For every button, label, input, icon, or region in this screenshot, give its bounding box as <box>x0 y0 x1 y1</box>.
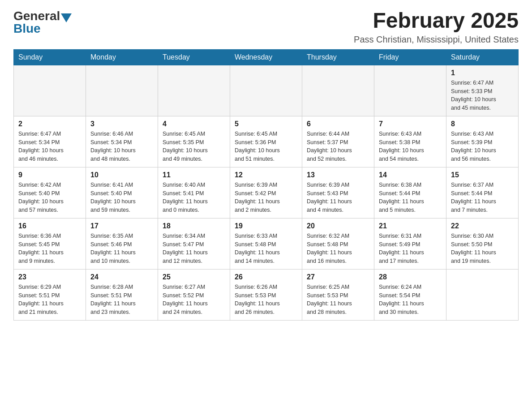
day-number: 7 <box>379 120 442 128</box>
calendar-cell: 6Sunrise: 6:44 AM Sunset: 5:37 PM Daylig… <box>302 116 374 167</box>
calendar-cell: 24Sunrise: 6:28 AM Sunset: 5:51 PM Dayli… <box>86 269 158 320</box>
day-header-monday: Monday <box>86 49 158 65</box>
logo: General Blue <box>13 9 73 36</box>
day-number: 27 <box>307 273 369 281</box>
day-info: Sunrise: 6:28 AM Sunset: 5:51 PM Dayligh… <box>90 283 153 317</box>
day-number: 22 <box>451 222 514 230</box>
day-info: Sunrise: 6:35 AM Sunset: 5:46 PM Dayligh… <box>90 232 153 265</box>
day-info: Sunrise: 6:42 AM Sunset: 5:40 PM Dayligh… <box>18 181 81 214</box>
day-number: 8 <box>451 120 514 128</box>
calendar-cell: 18Sunrise: 6:34 AM Sunset: 5:47 PM Dayli… <box>158 218 230 269</box>
calendar-week-2: 2Sunrise: 6:47 AM Sunset: 5:34 PM Daylig… <box>14 116 519 167</box>
calendar-cell <box>158 65 230 116</box>
day-number: 2 <box>18 120 81 128</box>
calendar-week-5: 23Sunrise: 6:29 AM Sunset: 5:51 PM Dayli… <box>14 269 519 320</box>
calendar-cell: 11Sunrise: 6:40 AM Sunset: 5:41 PM Dayli… <box>158 167 230 218</box>
day-number: 21 <box>379 222 442 230</box>
day-info: Sunrise: 6:26 AM Sunset: 5:53 PM Dayligh… <box>235 283 297 317</box>
day-info: Sunrise: 6:40 AM Sunset: 5:41 PM Dayligh… <box>163 181 225 214</box>
day-number: 16 <box>18 222 81 230</box>
day-header-wednesday: Wednesday <box>230 49 302 65</box>
calendar-cell: 17Sunrise: 6:35 AM Sunset: 5:46 PM Dayli… <box>86 218 158 269</box>
day-number: 26 <box>235 273 297 281</box>
calendar-cell: 2Sunrise: 6:47 AM Sunset: 5:34 PM Daylig… <box>14 116 86 167</box>
calendar-cell <box>302 65 374 116</box>
calendar-cell <box>446 269 519 320</box>
day-info: Sunrise: 6:39 AM Sunset: 5:43 PM Dayligh… <box>307 181 369 214</box>
day-number: 14 <box>379 171 442 179</box>
calendar-cell: 21Sunrise: 6:31 AM Sunset: 5:49 PM Dayli… <box>374 218 446 269</box>
day-number: 25 <box>163 273 225 281</box>
day-info: Sunrise: 6:31 AM Sunset: 5:49 PM Dayligh… <box>379 232 442 265</box>
day-header-sunday: Sunday <box>14 49 86 65</box>
day-number: 24 <box>90 273 153 281</box>
calendar-cell <box>14 65 86 116</box>
day-info: Sunrise: 6:46 AM Sunset: 5:34 PM Dayligh… <box>90 130 153 163</box>
calendar-cell: 23Sunrise: 6:29 AM Sunset: 5:51 PM Dayli… <box>14 269 86 320</box>
day-header-tuesday: Tuesday <box>158 49 230 65</box>
day-info: Sunrise: 6:30 AM Sunset: 5:50 PM Dayligh… <box>451 232 514 265</box>
day-number: 10 <box>90 171 153 179</box>
calendar-cell: 3Sunrise: 6:46 AM Sunset: 5:34 PM Daylig… <box>86 116 158 167</box>
month-title: February 2025 <box>354 9 519 33</box>
title-section: February 2025 Pass Christian, Mississipp… <box>354 9 519 45</box>
calendar-cell: 25Sunrise: 6:27 AM Sunset: 5:52 PM Dayli… <box>158 269 230 320</box>
calendar-cell: 1Sunrise: 6:47 AM Sunset: 5:33 PM Daylig… <box>446 65 519 116</box>
day-info: Sunrise: 6:43 AM Sunset: 5:38 PM Dayligh… <box>379 130 442 163</box>
page-header: General Blue February 2025 Pass Christia… <box>13 9 519 45</box>
day-number: 6 <box>307 120 369 128</box>
calendar-cell: 15Sunrise: 6:37 AM Sunset: 5:44 PM Dayli… <box>446 167 519 218</box>
calendar-cell <box>86 65 158 116</box>
day-info: Sunrise: 6:37 AM Sunset: 5:44 PM Dayligh… <box>451 181 514 214</box>
calendar-cell: 22Sunrise: 6:30 AM Sunset: 5:50 PM Dayli… <box>446 218 519 269</box>
day-number: 9 <box>18 171 81 179</box>
day-number: 12 <box>235 171 297 179</box>
calendar-week-1: 1Sunrise: 6:47 AM Sunset: 5:33 PM Daylig… <box>14 65 519 116</box>
day-info: Sunrise: 6:34 AM Sunset: 5:47 PM Dayligh… <box>163 232 225 265</box>
day-number: 23 <box>18 273 81 281</box>
day-info: Sunrise: 6:44 AM Sunset: 5:37 PM Dayligh… <box>307 130 369 163</box>
day-info: Sunrise: 6:41 AM Sunset: 5:40 PM Dayligh… <box>90 181 153 214</box>
calendar-cell: 8Sunrise: 6:43 AM Sunset: 5:39 PM Daylig… <box>446 116 519 167</box>
day-info: Sunrise: 6:25 AM Sunset: 5:53 PM Dayligh… <box>307 283 369 317</box>
calendar-cell <box>230 65 302 116</box>
logo-blue-text: Blue <box>13 21 41 35</box>
calendar-cell: 7Sunrise: 6:43 AM Sunset: 5:38 PM Daylig… <box>374 116 446 167</box>
day-number: 20 <box>307 222 369 230</box>
day-info: Sunrise: 6:47 AM Sunset: 5:34 PM Dayligh… <box>18 130 81 163</box>
day-info: Sunrise: 6:24 AM Sunset: 5:54 PM Dayligh… <box>379 283 442 317</box>
day-number: 15 <box>451 171 514 179</box>
calendar-table: SundayMondayTuesdayWednesdayThursdayFrid… <box>13 49 519 321</box>
calendar-week-4: 16Sunrise: 6:36 AM Sunset: 5:45 PM Dayli… <box>14 218 519 269</box>
location-subtitle: Pass Christian, Mississippi, United Stat… <box>354 34 519 45</box>
day-header-friday: Friday <box>374 49 446 65</box>
calendar-cell <box>374 65 446 116</box>
day-info: Sunrise: 6:29 AM Sunset: 5:51 PM Dayligh… <box>18 283 81 317</box>
calendar-cell: 19Sunrise: 6:33 AM Sunset: 5:48 PM Dayli… <box>230 218 302 269</box>
calendar-cell: 20Sunrise: 6:32 AM Sunset: 5:48 PM Dayli… <box>302 218 374 269</box>
day-number: 5 <box>235 120 297 128</box>
day-number: 13 <box>307 171 369 179</box>
calendar-cell: 4Sunrise: 6:45 AM Sunset: 5:35 PM Daylig… <box>158 116 230 167</box>
day-number: 19 <box>235 222 297 230</box>
calendar-cell: 5Sunrise: 6:45 AM Sunset: 5:36 PM Daylig… <box>230 116 302 167</box>
day-info: Sunrise: 6:43 AM Sunset: 5:39 PM Dayligh… <box>451 130 514 163</box>
logo-triangle-icon <box>61 13 72 22</box>
day-number: 3 <box>90 120 153 128</box>
calendar-cell: 13Sunrise: 6:39 AM Sunset: 5:43 PM Dayli… <box>302 167 374 218</box>
calendar-cell: 28Sunrise: 6:24 AM Sunset: 5:54 PM Dayli… <box>374 269 446 320</box>
day-number: 4 <box>163 120 225 128</box>
day-info: Sunrise: 6:33 AM Sunset: 5:48 PM Dayligh… <box>235 232 297 265</box>
calendar-cell: 26Sunrise: 6:26 AM Sunset: 5:53 PM Dayli… <box>230 269 302 320</box>
calendar-cell: 14Sunrise: 6:38 AM Sunset: 5:44 PM Dayli… <box>374 167 446 218</box>
calendar-cell: 12Sunrise: 6:39 AM Sunset: 5:42 PM Dayli… <box>230 167 302 218</box>
day-number: 11 <box>163 171 225 179</box>
day-info: Sunrise: 6:39 AM Sunset: 5:42 PM Dayligh… <box>235 181 297 214</box>
day-info: Sunrise: 6:38 AM Sunset: 5:44 PM Dayligh… <box>379 181 442 214</box>
day-number: 1 <box>451 69 514 77</box>
day-header-saturday: Saturday <box>446 49 519 65</box>
day-info: Sunrise: 6:45 AM Sunset: 5:36 PM Dayligh… <box>235 130 297 163</box>
calendar-cell: 16Sunrise: 6:36 AM Sunset: 5:45 PM Dayli… <box>14 218 86 269</box>
calendar-cell: 10Sunrise: 6:41 AM Sunset: 5:40 PM Dayli… <box>86 167 158 218</box>
day-number: 17 <box>90 222 153 230</box>
